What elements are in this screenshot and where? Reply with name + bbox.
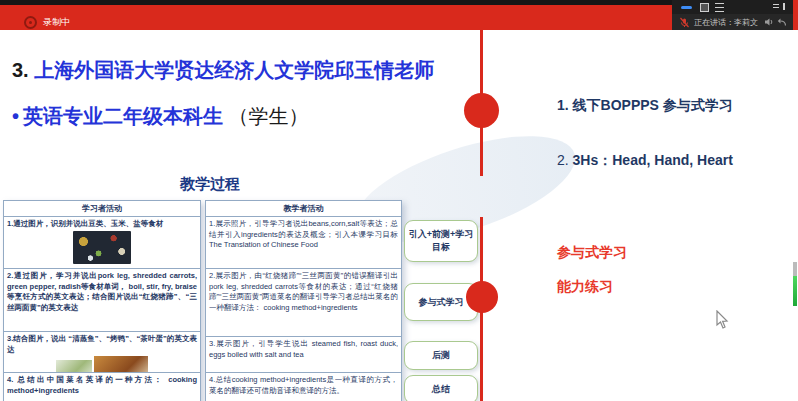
learner-row-3-text: 3.结合图片，说出 “清蒸鱼”、“烤鸭”、“茶叶蛋”的英文表达 — [7, 334, 197, 355]
slide-title-text: 上海外国语大学贤达经济人文学院邱玉情老师 — [34, 59, 434, 81]
speaker-status-row: 正在讲话：李莉文 — [672, 14, 793, 30]
learner-table-header: 学习者活动 — [4, 201, 200, 217]
teacher-activities-table: 教学者活动 1.展示照片，引导学习者说出beans,corn,salt等表达；总… — [205, 200, 402, 401]
ingredients-photo — [73, 231, 131, 264]
speaking-now-label: 正在讲话：李莉文 — [694, 17, 758, 28]
roast-duck-figure: roast duck — [94, 356, 148, 373]
teacher-row-4-text: 4.总结cooking method+ingredients是一种直译的方式，菜… — [209, 375, 398, 396]
mic-muted-icon[interactable] — [679, 17, 690, 28]
section-title: 教学过程 — [140, 175, 280, 194]
bullet-icon: • — [12, 105, 19, 127]
table-row: 4. 总结出中国菜名英译的一种方法： cooking method+ingred… — [4, 373, 200, 401]
table-row: 4.总结cooking method+ingredients是一种直译的方式，菜… — [206, 373, 401, 401]
slide-subtitle: •英语专业二年级本科生 （学生） — [12, 103, 309, 130]
red-divider-dot-bottom — [466, 281, 498, 313]
slide-title-number: 3. — [12, 59, 34, 81]
note-item-3hs: 2. 3Hs：Head, Hand, Heart — [557, 152, 733, 170]
stage-box-posttest: 后测 — [404, 341, 478, 370]
roast-duck-photo — [94, 356, 148, 373]
learner-row-1-text: 1.通过图片，识别并说出豆类、玉米、盐等食材 — [7, 219, 197, 230]
table-row: 1.通过图片，识别并说出豆类、玉米、盐等食材 — [4, 217, 200, 269]
slide-subtitle-normal: （学生） — [229, 105, 309, 127]
recording-indicator: 录制中 — [24, 16, 70, 29]
red-note-ability-practice: 能力练习 — [557, 278, 613, 296]
collapse-panel-icon[interactable] — [773, 3, 785, 10]
teacher-row-2-text: 2.展示图片，由“红烧猪蹄”“三丝两面黄”的错误翻译引出pork leg, sh… — [209, 271, 398, 313]
table-row: 2.展示图片，由“红烧猪蹄”“三丝两面黄”的错误翻译引出pork leg, sh… — [206, 269, 401, 337]
steamed-fish-photo — [56, 360, 92, 373]
teacher-table-header: 教学者活动 — [206, 201, 401, 217]
red-divider-dot-top — [464, 93, 499, 128]
record-icon — [24, 16, 37, 29]
restore-icon[interactable] — [700, 3, 709, 12]
note-item-boppps: 1. 线下BOPPPS 参与式学习 — [557, 97, 733, 115]
teacher-row-3-text: 3.展示图片，引导学生说出 steamed fish, roast duck, … — [209, 339, 398, 360]
minimize-icon[interactable] — [681, 6, 692, 9]
table-row: 2.通过图片，学习并说出pork leg, shredded carrots, … — [4, 269, 200, 332]
learner-activities-table: 学习者活动 1.通过图片，识别并说出豆类、玉米、盐等食材 2.通过图片，学习并说… — [3, 200, 201, 401]
note-item-3hs-number: 2. — [557, 152, 573, 168]
meeting-panel: 正在讲话：李莉文 — [672, 0, 793, 30]
steamed-fish-figure: steamed fish — [56, 360, 93, 373]
table-row: 3.展示图片，引导学生说出 steamed fish, roast duck, … — [206, 337, 401, 373]
recording-label: 录制中 — [43, 16, 70, 29]
stage-box-intro-pretest-objectives: 引入+前测+学习目标 — [404, 220, 478, 262]
table-row: 1.展示照片，引导学习者说出beans,corn,salt等表达；总结并引入in… — [206, 217, 401, 269]
speaker-icon[interactable] — [764, 17, 774, 27]
slide-subtitle-strong: 英语专业二年级本科生 — [23, 105, 223, 127]
mouse-cursor-icon — [714, 310, 730, 330]
dish-photos: steamed fish roast duck — [7, 356, 197, 373]
teacher-row-1-text: 1.展示照片，引导学习者说出beans,corn,salt等表达；总结并引入in… — [209, 219, 398, 251]
screen: 录制中 正在讲话：李莉文 — [0, 0, 798, 401]
stage-box-summary: 总结 — [404, 375, 478, 401]
note-item-3hs-text: 3Hs：Head, Hand, Heart — [573, 152, 733, 168]
reply-arrow-icon[interactable] — [777, 17, 787, 27]
menu-icon[interactable] — [715, 3, 724, 12]
table-row: 3.结合图片，说出 “清蒸鱼”、“烤鸭”、“茶叶蛋”的英文表达 steamed … — [4, 332, 200, 373]
learner-row-4-text: 4. 总结出中国菜名英译的一种方法： cooking method+ingred… — [7, 375, 197, 396]
red-bar-edge — [793, 0, 798, 30]
scrollbar-thumb-green[interactable] — [793, 276, 797, 306]
meeting-panel-titlebar — [672, 0, 793, 14]
scrollbar-track-fragment[interactable] — [793, 262, 797, 276]
learner-row-2-text: 2.通过图片，学习并说出pork leg, shredded carrots, … — [7, 271, 197, 313]
slide-title: 3. 上海外国语大学贤达经济人文学院邱玉情老师 — [12, 57, 434, 84]
red-note-participatory-learning: 参与式学习 — [557, 244, 627, 262]
